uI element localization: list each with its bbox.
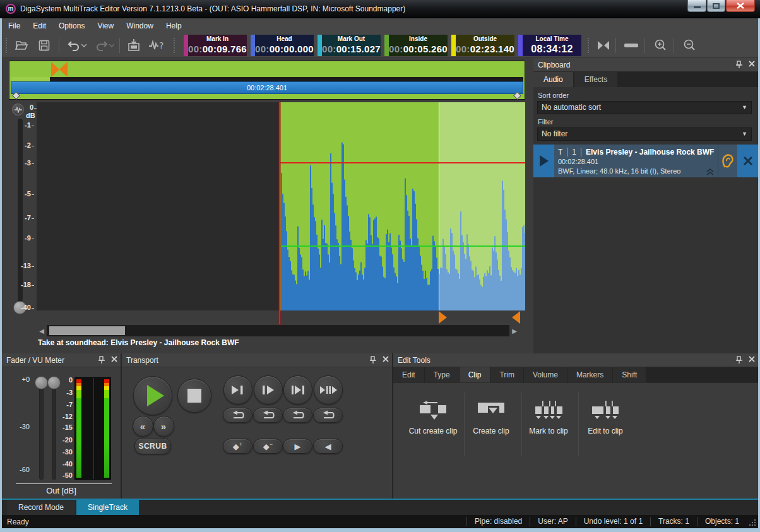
sort-order-dropdown[interactable]: No automatic sort ▼: [537, 101, 752, 114]
tab-type[interactable]: Type: [425, 367, 459, 382]
tab-trim[interactable]: Trim: [490, 367, 523, 382]
item-play-button[interactable]: [533, 145, 554, 177]
scroll-left-arrow[interactable]: ◀: [37, 325, 47, 336]
tab-audio[interactable]: Audio: [533, 72, 573, 87]
marker-add-button[interactable]: ◆+: [223, 439, 252, 454]
fader-left-knob[interactable]: [35, 376, 48, 389]
audio-check-button[interactable]: ?: [147, 37, 166, 54]
scroll-right-arrow[interactable]: ▶: [509, 325, 520, 336]
fader-left-track[interactable]: [39, 381, 44, 480]
clipboard-header[interactable]: Clipboard: [533, 58, 758, 72]
item-info[interactable]: T 1 Elvis Presley - Jailhouse Rock BWF 0…: [554, 145, 718, 177]
tab-edit[interactable]: Edit: [393, 367, 424, 382]
waveform-icon: [15, 107, 22, 113]
playhead-line[interactable]: [279, 102, 280, 324]
filter-dropdown[interactable]: No filter ▼: [537, 127, 752, 141]
skip-back-button[interactable]: «: [133, 416, 153, 437]
close-icon[interactable]: [748, 60, 756, 68]
play-button[interactable]: [133, 376, 172, 415]
tab-shift[interactable]: Shift: [613, 367, 646, 382]
nudge-right-button[interactable]: ▶: [283, 439, 312, 454]
stop-button[interactable]: [177, 379, 211, 413]
skip-forward-button[interactable]: »: [153, 416, 174, 437]
waveform-options-button[interactable]: [12, 103, 24, 115]
overview-duration-bar[interactable]: 00:02:28.401: [11, 81, 523, 94]
waveform-display[interactable]: [37, 102, 525, 310]
loop-play-from-button[interactable]: [253, 408, 283, 423]
menu-view[interactable]: View: [91, 20, 120, 32]
open-button[interactable]: [12, 37, 31, 54]
minimize-button[interactable]: [687, 0, 706, 12]
menu-options[interactable]: Options: [52, 20, 91, 32]
zoom-selection-button[interactable]: [594, 37, 613, 54]
tool-edit-to-clip[interactable]: Edit to clip: [577, 391, 634, 435]
item-remove-button[interactable]: [737, 145, 758, 177]
play-in-out-button[interactable]: [283, 375, 312, 405]
toolbar-grip[interactable]: [6, 38, 8, 53]
clip-start-marker-icon[interactable]: [439, 311, 447, 324]
edit-tools-header[interactable]: Edit Tools: [393, 353, 758, 367]
menu-window[interactable]: Window: [120, 20, 160, 32]
play-around-icon: [320, 385, 337, 395]
scrollbar-thumb[interactable]: [49, 326, 125, 335]
toolbar-grip[interactable]: [174, 38, 175, 53]
menu-file[interactable]: File: [2, 20, 27, 32]
loop-in-out-button[interactable]: [283, 408, 312, 423]
loop-play-to-button[interactable]: [223, 408, 252, 423]
maximize-button[interactable]: [707, 0, 725, 12]
play-to-mark-button[interactable]: [223, 375, 252, 405]
tab-clip[interactable]: Clip: [460, 367, 490, 382]
menu-help[interactable]: Help: [160, 20, 188, 32]
tool-cut-create-clip[interactable]: Cut create clip: [405, 391, 461, 435]
redo-button[interactable]: [92, 37, 117, 54]
close-icon[interactable]: [110, 355, 118, 363]
tab-volume[interactable]: Volume: [524, 367, 567, 382]
import-button[interactable]: [124, 37, 143, 54]
transport-header[interactable]: Transport: [122, 353, 392, 367]
play-from-mark-button[interactable]: [254, 375, 283, 405]
toolbar-grip[interactable]: [588, 38, 590, 53]
chevron-double-up-icon[interactable]: [705, 168, 715, 175]
nudge-left-button[interactable]: ◀: [313, 439, 343, 454]
overview-progress-played: [11, 77, 50, 81]
overview-mark-region[interactable]: [51, 62, 68, 77]
pin-icon[interactable]: [734, 60, 743, 69]
overview-bar[interactable]: 00:02:28.401: [9, 61, 525, 100]
loop-around-button[interactable]: [313, 408, 343, 423]
close-icon[interactable]: [382, 355, 389, 363]
mark-out-flag-icon[interactable]: [59, 62, 68, 77]
fader-vu-header[interactable]: Fader / VU Meter: [2, 353, 121, 367]
mark-in-flag-icon[interactable]: [51, 62, 59, 77]
tab-markers[interactable]: Markers: [567, 367, 612, 382]
ear-icon: [721, 153, 735, 169]
fader-right-track[interactable]: [52, 381, 56, 480]
zoom-fit-button[interactable]: [622, 37, 641, 54]
scrollbar-track[interactable]: [47, 325, 509, 336]
close-icon[interactable]: [748, 355, 756, 363]
tab-effects[interactable]: Effects: [574, 72, 617, 87]
zoom-in-button[interactable]: [651, 37, 670, 54]
pin-icon[interactable]: [368, 355, 377, 364]
tool-mark-to-clip[interactable]: Mark to clip: [520, 391, 577, 435]
clip-end-marker-icon[interactable]: [512, 311, 520, 324]
menu-edit[interactable]: Edit: [27, 20, 52, 32]
waveform-hscrollbar[interactable]: ◀ ▶: [37, 325, 520, 336]
marker-remove-button[interactable]: ◆−: [253, 439, 283, 454]
pin-icon[interactable]: [734, 355, 743, 364]
play-around-button[interactable]: [314, 375, 343, 405]
item-prelisten-button[interactable]: [718, 145, 737, 177]
close-button[interactable]: [726, 0, 755, 12]
save-button[interactable]: [35, 37, 54, 54]
undo-button[interactable]: [64, 37, 89, 54]
save-icon: [37, 38, 51, 52]
tab-record-mode[interactable]: Record Mode: [7, 500, 75, 515]
tab-singletrack[interactable]: SingleTrack: [76, 500, 139, 515]
zoom-out-button[interactable]: [680, 37, 699, 54]
clipboard-item[interactable]: T 1 Elvis Presley - Jailhouse Rock BWF 0…: [533, 145, 758, 177]
scrub-button[interactable]: SCRUB: [134, 438, 171, 454]
resize-grip[interactable]: [747, 517, 757, 527]
overview-progress-track[interactable]: [11, 77, 523, 81]
pin-icon[interactable]: [97, 355, 105, 364]
tool-create-clip[interactable]: Create clip: [463, 391, 520, 435]
gain-slider-track[interactable]: [18, 119, 23, 302]
